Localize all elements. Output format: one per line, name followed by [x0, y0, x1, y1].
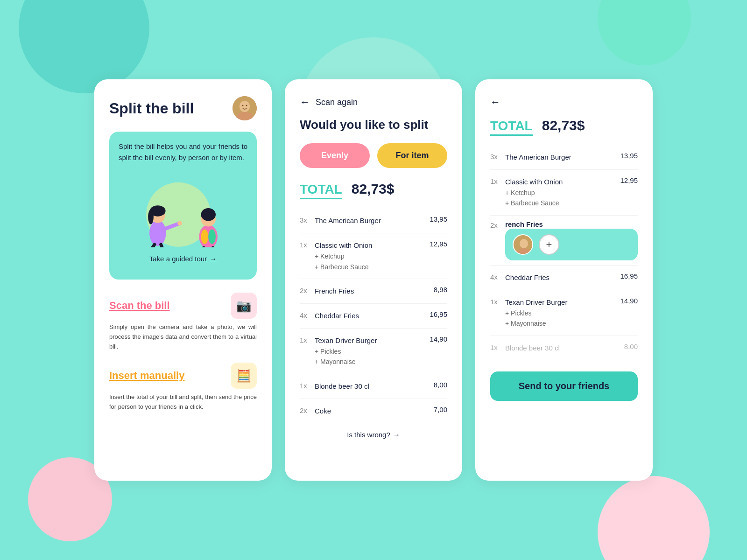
item-price: 16,95	[424, 310, 447, 318]
svg-point-9	[148, 210, 154, 224]
table-row: 4x Cheddar Fries 16,95	[490, 266, 638, 290]
svg-point-18	[208, 229, 216, 244]
hero-illustration	[119, 173, 247, 247]
table-row: 1x Classic with Onion+ Ketchup+ Barbecue…	[490, 170, 638, 216]
item-qty: 2x	[490, 220, 505, 229]
back-button[interactable]: ←	[300, 96, 310, 108]
item-qty: 2x	[300, 286, 315, 294]
svg-point-4	[246, 105, 247, 106]
wrong-link-text: Is this wrong?	[347, 431, 390, 439]
svg-point-11	[177, 221, 182, 226]
item-qty: 2x	[300, 406, 315, 414]
card1-title: Split the bill	[109, 100, 194, 117]
card-foritem-detail: ← TOTAL 82,73$ 3x The American Burger 13…	[475, 79, 653, 481]
total-row: TOTAL 82,73$	[300, 181, 447, 199]
table-row: 3x The American Burger 13,95	[300, 209, 447, 233]
table-row: 2xrench Fries +	[490, 216, 638, 266]
foritem-button[interactable]: For item	[377, 143, 447, 168]
item-qty: 1x	[490, 176, 505, 185]
table-row: 2x French Fries 8,98	[300, 279, 447, 304]
bill-items-list: 3x The American Burger 13,95 1x Classic …	[300, 209, 447, 423]
item-name: Cheddar Fries	[505, 272, 614, 283]
svg-line-13	[161, 245, 165, 247]
manual-desc: Insert the total of your bill and split,…	[109, 392, 257, 412]
table-row: 4x Cheddar Fries 16,95	[300, 304, 447, 329]
item-price: 14,90	[614, 297, 638, 305]
item-price: 8,00	[614, 343, 638, 350]
cards-container: Split the bill Split the bill helps you …	[57, 51, 690, 509]
table-row: 1x Blonde beer 30 cl 8,00	[490, 336, 638, 360]
send-to-friends-button[interactable]: Send to your friends	[490, 371, 638, 401]
wrong-link[interactable]: Is this wrong? →	[300, 423, 447, 439]
highlighted-item-row: +	[505, 229, 638, 260]
card1-hero-text: Split the bill helps you and your friend…	[119, 141, 247, 163]
item-name: French Fries	[315, 286, 424, 297]
item-price: 8,00	[424, 381, 447, 389]
card3-bill-items: 3x The American Burger 13,95 1x Classic …	[490, 145, 638, 360]
item-name: Cheddar Fries	[315, 310, 424, 322]
item-qty: 4x	[490, 272, 505, 281]
svg-point-1	[240, 101, 250, 112]
table-row: 1x Classic with Onion+ Ketchup+ Barbecue…	[300, 233, 447, 279]
item-qty: 1x	[300, 240, 315, 249]
arrow-right-icon: →	[210, 255, 217, 263]
item-qty: 3x	[300, 215, 315, 224]
add-person-button[interactable]: +	[539, 234, 559, 255]
item-qty: 4x	[300, 310, 315, 319]
item-name: The American Burger	[315, 215, 424, 226]
item-price: 14,90	[424, 335, 447, 343]
item-name: Coke	[315, 406, 424, 417]
card3-total-row: TOTAL 82,73$	[490, 118, 638, 136]
item-name: Blonde beer 30 cl	[315, 381, 424, 392]
manual-header: Insert manually 🧮	[109, 363, 257, 389]
item-price: 8,98	[424, 286, 447, 294]
scan-title: Scan the bill	[109, 300, 170, 312]
scan-desc: Simply open the camera and take a photo,…	[109, 322, 257, 351]
calculator-icon[interactable]: 🧮	[231, 363, 257, 389]
table-row: 1x Blonde beer 30 cl 8,00	[300, 374, 447, 399]
svg-point-3	[242, 105, 244, 106]
card3-total-label: TOTAL	[490, 119, 533, 136]
svg-point-26	[520, 239, 528, 248]
item-qty: 1x	[490, 343, 505, 351]
scan-again-label: Scan again	[316, 98, 358, 107]
svg-point-6	[149, 220, 166, 246]
item-qty: 1x	[300, 381, 315, 390]
item-qty: 3x	[490, 152, 505, 161]
svg-line-12	[148, 245, 155, 247]
camera-icon[interactable]: 📷	[231, 293, 257, 319]
card3-back-button[interactable]: ←	[490, 96, 500, 108]
card-scan-result: ← Scan again Would you like to split Eve…	[285, 79, 462, 481]
table-row: 1x Texan Driver Burger+ Pickles+ Mayonna…	[490, 290, 638, 336]
split-options: Evenly For item	[300, 143, 447, 168]
svg-point-20	[201, 208, 216, 221]
item-name: The American Burger	[505, 152, 614, 163]
evenly-button[interactable]: Evenly	[300, 143, 370, 168]
card-intro: Split the bill Split the bill helps you …	[94, 79, 272, 481]
scan-section: Scan the bill 📷 Simply open the camera a…	[109, 293, 257, 351]
card3-total-amount: 82,73$	[542, 118, 585, 133]
item-name: Blonde beer 30 cl	[505, 343, 614, 354]
manual-section: Insert manually 🧮 Insert the total of yo…	[109, 363, 257, 412]
split-question: Would you like to split	[300, 118, 447, 132]
card3-nav: ←	[490, 96, 638, 108]
table-row: 2x Coke 7,00	[300, 399, 447, 423]
svg-point-17	[201, 229, 208, 244]
item-price: 12,95	[424, 240, 447, 248]
item-price: 7,00	[424, 406, 447, 413]
total-amount: 82,73$	[352, 181, 395, 197]
item-qty: 1x	[490, 297, 505, 306]
item-name: Classic with Onion+ Ketchup+ Barbecue Sa…	[315, 240, 424, 272]
total-label: TOTAL	[300, 182, 342, 199]
guided-tour-text: Take a guided tour	[149, 255, 207, 263]
item-qty: 1x	[300, 335, 315, 344]
item-price: 12,95	[614, 176, 638, 184]
item-name: Classic with Onion+ Ketchup+ Barbecue Sa…	[505, 176, 614, 209]
item-price: 13,95	[614, 152, 638, 160]
item-name: Texan Driver Burger+ Pickles+ Mayonnaise	[505, 297, 614, 329]
table-row: 3x The American Burger 13,95	[490, 145, 638, 170]
arrow-icon: →	[393, 431, 400, 439]
avatar	[233, 96, 257, 120]
item-name: Texan Driver Burger+ Pickles+ Mayonnaise	[315, 335, 424, 367]
guided-tour-link[interactable]: Take a guided tour →	[119, 255, 247, 263]
